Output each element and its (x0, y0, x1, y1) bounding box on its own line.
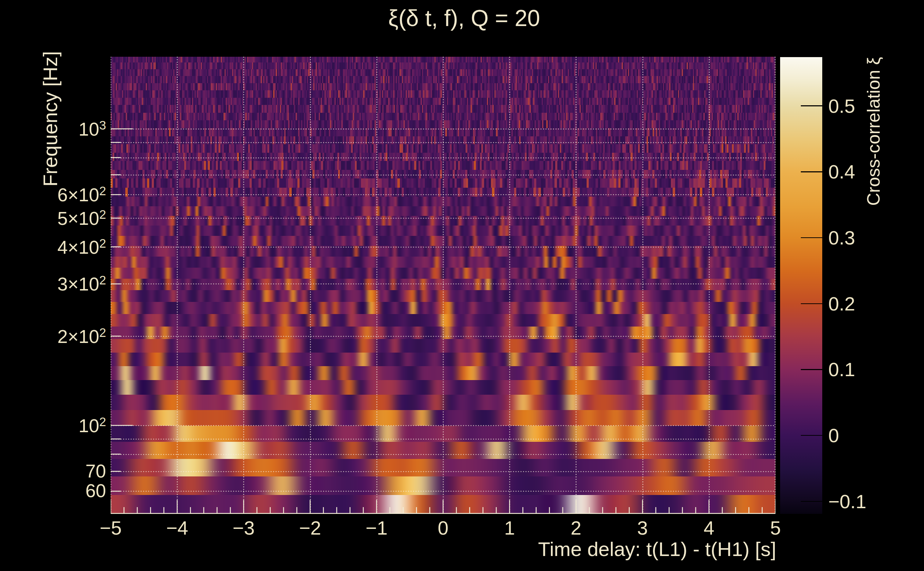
colorbar-tick-label-0.4: 0.4 (828, 162, 855, 181)
figure-canvas: ξ(δ t, f), Q = 20 Frequency [Hz] 1036×10… (0, 0, 924, 571)
y-tick-label-400: 4×102 (0, 237, 106, 256)
colorbar-tick-label-0.5: 0.5 (828, 96, 855, 116)
x-tick-label--1: −1 (366, 518, 388, 537)
grid-overlay-canvas (111, 57, 776, 514)
colorbar-gradient (780, 57, 822, 514)
colorbar (780, 57, 822, 514)
x-tick-label-2: 2 (570, 518, 581, 537)
y-tick-label-100: 102 (0, 416, 106, 435)
colorbar-tick-label-0.2: 0.2 (828, 294, 855, 313)
x-tick-label--5: −5 (100, 518, 122, 537)
y-tick-label-600: 6×102 (0, 185, 106, 204)
colorbar-tick-0.1 (801, 369, 822, 370)
colorbar-tick-label-0.1: 0.1 (828, 360, 855, 379)
colorbar-tick-label-0: 0 (828, 426, 839, 445)
y-tick-label-200: 2×102 (0, 327, 106, 346)
colorbar-title: Cross-correlation ξ (863, 57, 884, 206)
x-tick-label--4: −4 (166, 518, 188, 537)
colorbar-tick-0.3 (801, 237, 822, 238)
x-tick-label-4: 4 (704, 518, 714, 537)
y-tick-label-300: 3×102 (0, 274, 106, 293)
x-tick-label--2: −2 (299, 518, 321, 537)
y-tick-label-70: 70 (0, 462, 106, 480)
y-tick-label-60: 60 (0, 481, 106, 500)
colorbar-tick-0.2 (801, 303, 822, 304)
colorbar-tick-label-0.3: 0.3 (828, 228, 855, 247)
x-tick-label-5: 5 (770, 518, 781, 537)
colorbar-tick-0.4 (801, 171, 822, 172)
x-tick-label-3: 3 (637, 518, 648, 537)
x-axis-title: Time delay: t(L1) - t(H1) [s] (538, 537, 776, 561)
x-tick-label-1: 1 (504, 518, 515, 537)
x-tick-label-0: 0 (438, 518, 448, 537)
colorbar-tick-0 (801, 435, 822, 436)
colorbar-tick-0.5 (801, 105, 822, 106)
colorbar-tick-label-−0.1: −0.1 (828, 492, 867, 511)
plot-title: ξ(δ t, f), Q = 20 (388, 5, 540, 31)
colorbar-tick-−0.1 (801, 501, 822, 502)
y-tick-label-1000: 103 (0, 119, 106, 139)
x-tick-label--3: −3 (233, 518, 255, 537)
y-tick-label-500: 5×102 (0, 208, 106, 228)
